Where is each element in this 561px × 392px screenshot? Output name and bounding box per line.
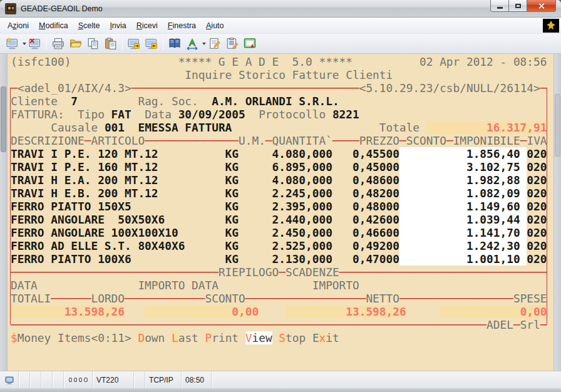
status-cell-3 [41,371,53,388]
menu-item-ricevi[interactable]: Ricevi [131,19,163,32]
item-row-5: FERRO PIATTO 150X5 KG 2.395,000 0,48000 … [11,200,553,213]
minimize-button[interactable] [490,0,508,12]
copy-icon [87,38,100,50]
item-row-8: FERRO AD ELLE S.T. 80X40X6 KG 2.525,000 … [11,239,553,252]
send-file-icon [128,38,140,50]
minimize-icon [497,7,503,9]
totali-header-line: TOTALI──────LORDO────────────SCONTO─────… [11,292,553,305]
box-top-line: ─<adel_01/AIX/4.3>──────────────────────… [11,81,553,95]
terminal-screen[interactable]: (isfc100) ***** G E A D E 5.0 ***** 02 A… [8,54,553,371]
toolbar-separator [46,38,47,50]
led-indicator-2 [74,378,77,382]
paste-icon [105,38,117,50]
display-settings-button[interactable] [242,36,258,52]
open-file-button[interactable] [68,36,84,52]
toolbar-separator [163,38,163,50]
maximize-icon [515,4,521,8]
settings-button[interactable] [224,36,240,52]
right-scrollbar[interactable] [553,54,561,371]
notepad-button[interactable] [207,36,223,52]
left-scrollbar-thumb[interactable] [1,86,6,152]
toolbar [0,34,561,54]
title-bar[interactable]: GEADE-GEAOIL Demo [0,0,561,18]
menu-items: AzioniModificaScelteInviaRiceviFinestraA… [3,19,229,32]
maximize-button[interactable] [508,0,527,12]
display-settings-icon [244,38,256,50]
receive-file-button[interactable] [143,36,160,52]
directory-book-icon [168,38,181,50]
led-indicator-3 [79,378,82,382]
terminal-type: VT220 [93,371,134,388]
receive-file-icon [145,38,158,50]
cliente-line: Cliente 7 Rag. Soc. A.M. ORLANDI S.R.L. [11,95,553,108]
led-indicators [64,371,93,388]
item-row-3: TRAVI H E.A. 200 MT.12 KG 4.080,000 0,48… [11,173,553,187]
item-row-1: TRAVI I P.E. 120 MT.12 KG 4.080,000 0,45… [11,147,553,160]
scadenze-header-line: DATA IMPORTO DATA IMPORTO [11,279,553,292]
fattura-line: FATTURA: Tipo FAT Data 30/09/2005 Protoc… [11,108,553,121]
font-settings-icon [186,38,198,50]
disconnect-button[interactable] [27,36,43,52]
disconnect-icon [29,38,41,50]
settings-icon [226,38,239,50]
connect-new-button[interactable] [4,36,21,52]
table-header-line: DESCRIZIONE─ARTICOLO──────────────U.M.─Q… [11,134,553,147]
riepilogo-line: ───────────────────────────────RIEPILOGO… [11,266,553,279]
status-cell-1 [19,371,30,388]
status-cell-2 [30,371,41,388]
connect-new-icon [6,38,19,50]
menu-item-scelte[interactable]: Scelte [73,19,105,32]
item-row-2: TRAVI I P.E. 160 MT.12 KG 6.895,000 0,45… [11,160,553,173]
menu-item-finestra[interactable]: Finestra [163,19,201,32]
status-cell-5 [134,371,145,388]
item-row-4: TRAVI H E.B. 200 MT.12 KG 2.245,000 0,48… [11,187,553,200]
command-line[interactable]: $Money Items<0:11> Down Last Print View … [11,331,553,344]
menu-bar: AzioniModificaScelteInviaRiceviFinestraA… [0,18,561,34]
box-bottom-line: ────────────────────────────────────────… [11,318,553,331]
directory-book-button[interactable] [167,36,183,52]
open-file-icon [69,38,82,50]
led-indicator-4 [84,378,87,382]
terminal-area: (isfc100) ***** G E A D E 5.0 ***** 02 A… [0,54,561,371]
close-button[interactable] [527,0,556,12]
totali-values-line: 13.598,26 0,00 13.598,26 0,00 [11,305,553,318]
send-file-button[interactable] [126,36,142,52]
paste-button[interactable] [103,36,119,52]
menu-item-invia[interactable]: Invia [105,19,131,32]
window-bottom-edge [0,388,561,392]
app-window: GEADE-GEAOIL Demo AzioniModificaScelteIn… [0,0,561,392]
print-icon [52,38,64,50]
item-row-6: FERRO ANGOLARE 50X50X6 KG 2.440,000 0,42… [11,213,553,226]
close-icon [538,3,545,9]
left-scrollbar[interactable] [0,54,8,371]
font-settings-button[interactable] [184,36,200,52]
app-icon [5,3,16,14]
connection-status-icon [0,371,19,388]
menu-item-aiuto[interactable]: Aiuto [201,19,229,32]
item-row-7: FERRO ANGOLARE 100X100X10 KG 2.450,000 0… [11,226,553,239]
copy-button[interactable] [85,36,101,52]
status-bar: VT220 TCP/IP 08:50 [0,371,561,388]
toolbar-separator [122,38,123,50]
reflection-logo-icon [543,19,559,33]
causale-totale-line: Causale 001 EMESSA FATTURA Totale 16.317… [11,121,553,134]
menu-item-azioni[interactable]: Azioni [3,19,34,32]
transport-type: TCP/IP [145,371,182,388]
status-clock: 08:50 [182,371,212,388]
screen-header-line: (isfc100) ***** G E A D E 5.0 ***** 02 A… [11,55,553,68]
item-row-9: FERRO PIATTO 100X6 KG 2.130,000 0,47000 … [11,252,553,266]
notepad-icon [208,38,221,50]
right-scrollbar-thumb[interactable] [555,94,560,157]
led-indicator-1 [69,378,72,382]
status-cell-4 [53,371,64,388]
window-title: GEADE-GEAOIL Demo [21,4,103,13]
status-filler [212,371,561,388]
print-button[interactable] [50,36,66,52]
menu-item-modifica[interactable]: Modifica [34,19,73,32]
screen-subtitle-line: Inquire Storico Fatture Clienti [11,68,553,81]
